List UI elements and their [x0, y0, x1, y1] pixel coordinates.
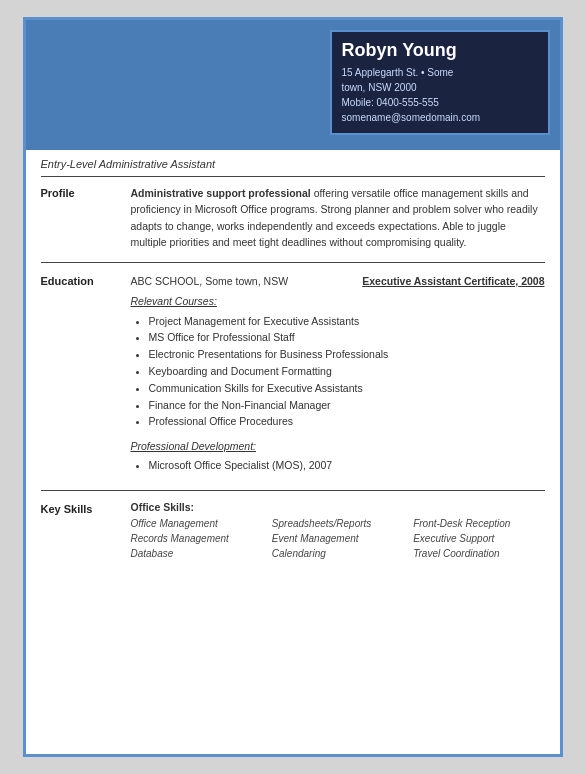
- list-item: Electronic Presentations for Business Pr…: [149, 346, 545, 363]
- skills-col-2-item-2: Event Management: [272, 531, 403, 546]
- profile-section: Profile Administrative support professio…: [26, 177, 560, 258]
- edu-certificate: Executive Assistant Certificate, 2008: [362, 273, 544, 289]
- resume-page: Robyn Young 15 Applegarth St. • Some tow…: [23, 17, 563, 757]
- prof-dev-label: Professional Development:: [131, 438, 545, 454]
- key-skills-section: Key Skills Office Skills: Office Managem…: [26, 491, 560, 573]
- edu-header-row: ABC SCHOOL, Some town, NSW Executive Ass…: [131, 273, 545, 289]
- skills-col-1-header: Office Skills:: [131, 501, 262, 513]
- skills-col-2-item-1: Spreadsheets/Reports: [272, 516, 403, 531]
- skills-col-2-header: [272, 501, 403, 513]
- prof-dev-list: Microsoft Office Specialist (MOS), 2007: [131, 457, 545, 474]
- skills-columns: Office Skills: Office Management Records…: [131, 501, 545, 561]
- list-item: MS Office for Professional Staff: [149, 329, 545, 346]
- skills-col-1-item-3: Database: [131, 546, 262, 561]
- header-bar: Robyn Young 15 Applegarth St. • Some tow…: [26, 20, 560, 150]
- list-item: Microsoft Office Specialist (MOS), 2007: [149, 457, 545, 474]
- list-item: Finance for the Non-Financial Manager: [149, 397, 545, 414]
- skills-col-1: Office Skills: Office Management Records…: [131, 501, 262, 561]
- skills-col-3-item-3: Travel Coordination: [413, 546, 544, 561]
- education-content: ABC SCHOOL, Some town, NSW Executive Ass…: [131, 273, 545, 482]
- key-skills-label: Key Skills: [41, 501, 131, 561]
- candidate-name: Robyn Young: [342, 40, 538, 61]
- skills-col-3-header: [413, 501, 544, 513]
- education-label: Education: [41, 273, 131, 482]
- profile-bold: Administrative support professional: [131, 187, 311, 199]
- list-item: Keyboarding and Document Formatting: [149, 363, 545, 380]
- edu-school: ABC SCHOOL, Some town, NSW: [131, 273, 289, 289]
- name-box: Robyn Young 15 Applegarth St. • Some tow…: [330, 30, 550, 135]
- skills-col-1-item-2: Records Management: [131, 531, 262, 546]
- skills-col-2: Spreadsheets/Reports Event Management Ca…: [272, 501, 403, 561]
- skills-col-3: Front-Desk Reception Executive Support T…: [413, 501, 544, 561]
- education-section: Education ABC SCHOOL, Some town, NSW Exe…: [26, 263, 560, 490]
- relevant-courses-label: Relevant Courses:: [131, 293, 545, 309]
- list-item: Project Management for Executive Assista…: [149, 313, 545, 330]
- job-title: Entry-Level Administrative Assistant: [26, 150, 560, 176]
- skills-col-2-item-3: Calendaring: [272, 546, 403, 561]
- skills-col-3-item-2: Executive Support: [413, 531, 544, 546]
- skills-col-3-item-1: Front-Desk Reception: [413, 516, 544, 531]
- candidate-address: 15 Applegarth St. • Some town, NSW 2000 …: [342, 65, 538, 125]
- list-item: Communication Skills for Executive Assis…: [149, 380, 545, 397]
- profile-content: Administrative support professional offe…: [131, 185, 545, 250]
- courses-list: Project Management for Executive Assista…: [131, 313, 545, 431]
- skills-col-1-item-1: Office Management: [131, 516, 262, 531]
- profile-label: Profile: [41, 185, 131, 250]
- list-item: Professional Office Procedures: [149, 413, 545, 430]
